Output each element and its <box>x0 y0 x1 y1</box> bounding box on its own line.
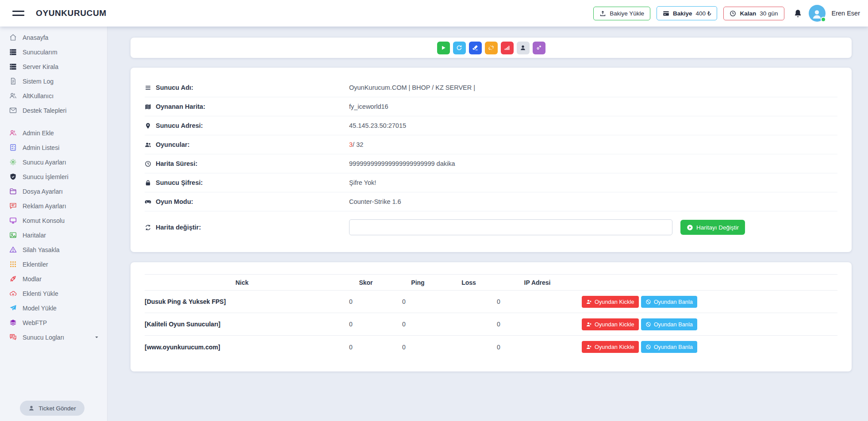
info-value-text: Counter-Strike 1.6 <box>349 198 401 205</box>
map-change-label-cell: Harita değiştir: <box>145 224 349 231</box>
map-change-input[interactable] <box>349 219 672 235</box>
marker-icon <box>145 122 151 129</box>
user-avatar[interactable] <box>809 5 826 22</box>
server-user-button[interactable] <box>517 42 530 54</box>
player-skor: 0 <box>339 344 392 351</box>
users-icon <box>9 129 17 137</box>
kick-player-button[interactable]: Oyundan Kickle <box>582 318 639 330</box>
sidebar-item-silah-yasakla[interactable]: Silah Yasakla <box>0 242 107 257</box>
user-x-icon <box>586 344 592 350</box>
sidebar-item-eklenti-y-kle[interactable]: Eklenti Yükle <box>0 286 107 301</box>
kick-player-button[interactable]: Oyundan Kickle <box>582 296 639 308</box>
info-label-text: Sunucu Şifresi: <box>156 179 203 186</box>
sidebar: AnasayfaSunucularımServer KiralaSistem L… <box>0 27 108 421</box>
sidebar-item-webftp[interactable]: WebFTP <box>0 315 107 330</box>
sidebar-item-destek-talepleri[interactable]: Destek Talepleri <box>0 103 107 118</box>
player-loss: 0 <box>446 321 552 328</box>
user-icon <box>520 45 526 51</box>
info-row-oyun-modu: Oyun Modu:Counter-Strike 1.6 <box>145 192 837 211</box>
eraser-icon <box>472 45 478 51</box>
sync-icon <box>145 224 151 231</box>
sidebar-item-admin-ekle[interactable]: Admin Ekle <box>0 126 107 140</box>
sidebar-item-eklentiler[interactable]: Eklentiler <box>0 257 107 272</box>
kick-button-label: Oyundan Kickle <box>595 344 634 350</box>
sidebar-item-dosya-ayarlar[interactable]: Dosya Ayarları <box>0 184 107 199</box>
sidebar-item-sunucu-ayarlar[interactable]: Sunucu Ayarları <box>0 155 107 169</box>
balance-upload-button[interactable]: Bakiye Yükle <box>593 7 650 20</box>
player-ping: 0 <box>392 344 446 351</box>
sidebar-item-label: Sunucu Ayarları <box>23 159 66 166</box>
info-label-text: Harita Süresi: <box>156 160 197 167</box>
kick-player-button[interactable]: Oyundan Kickle <box>582 341 639 353</box>
sidebar-item-label: Destek Talepleri <box>23 107 66 114</box>
sidebar-item-sunucu-loglar[interactable]: Sunucu Logları <box>0 330 107 344</box>
ban-player-button[interactable]: Oyundan Banla <box>641 318 697 330</box>
ticket-send-button[interactable]: Ticket Gönder <box>20 401 84 416</box>
unlink-server-button[interactable] <box>485 42 498 54</box>
kick-button-label: Oyundan Kickle <box>595 321 634 328</box>
sidebar-item-sunucu-i-lemleri[interactable]: Sunucu İşlemleri <box>0 169 107 184</box>
sidebar-item-altkullan-c[interactable]: AltKullanıcı <box>0 88 107 103</box>
play-icon <box>440 45 446 51</box>
clean-server-button[interactable] <box>469 42 482 54</box>
player-nick: [Dusuk Ping & Yuksek FPS] <box>145 298 339 305</box>
list-check-icon <box>9 144 17 151</box>
comments-icon <box>9 333 17 341</box>
kick-button-label: Oyundan Kickle <box>595 299 634 305</box>
server-info-card: Sunucu Adı:OyunKurucum.COM | BHOP / KZ S… <box>131 68 852 252</box>
brand-logo[interactable]: OYUNKURUCUM <box>36 8 107 18</box>
players-current-count: 3 <box>349 141 353 148</box>
sidebar-item-label: Haritalar <box>23 232 46 239</box>
remaining-value: 30 gün <box>760 10 778 17</box>
sidebar-item-sunucular-m[interactable]: Sunucularım <box>0 45 107 59</box>
start-server-button[interactable] <box>437 42 450 54</box>
server-stats-button[interactable] <box>501 42 514 54</box>
table-row: [www.oyunkurucum.com]000Oyundan KickleOy… <box>145 336 837 358</box>
ban-player-button[interactable]: Oyundan Banla <box>641 341 697 353</box>
sidebar-item-label: Silah Yasakla <box>23 246 60 253</box>
sidebar-item-label: Model Yükle <box>23 305 57 312</box>
restart-server-button[interactable] <box>453 42 466 54</box>
player-ping: 0 <box>392 298 446 305</box>
column-header-ping: Ping <box>392 279 443 286</box>
balance-button[interactable]: Bakiye 400 ₺ <box>657 6 717 20</box>
remaining-days-button[interactable]: Kalan 30 gün <box>723 7 784 20</box>
info-value-text: OyunKurucum.COM | BHOP / KZ SERVER | <box>349 84 475 91</box>
folder-icon <box>9 188 17 195</box>
sidebar-item-modlar[interactable]: Modlar <box>0 272 107 286</box>
info-value: Counter-Strike 1.6 <box>349 198 401 205</box>
info-value: 45.145.23.50:27015 <box>349 122 406 129</box>
sidebar-item-admin-listesi[interactable]: Admin Listesi <box>0 140 107 155</box>
credit-card-icon <box>663 10 669 17</box>
sidebar-item-anasayfa[interactable]: Anasayfa <box>0 30 107 45</box>
ban-button-label: Oyundan Banla <box>654 344 693 350</box>
sidebar-item-label: Admin Listesi <box>23 144 59 151</box>
chain-broken-icon <box>488 45 494 51</box>
sidebar-item-haritalar[interactable]: Haritalar <box>0 228 107 242</box>
gears-icon <box>536 45 542 51</box>
player-loss: 0 <box>446 344 552 351</box>
player-ping: 0 <box>392 321 446 328</box>
server-icon <box>9 48 17 56</box>
player-loss: 0 <box>446 298 552 305</box>
sidebar-item-label: Dosya Ayarları <box>23 188 63 195</box>
info-label: Sunucu Adı: <box>145 84 349 91</box>
sidebar-item-komut-konsolu[interactable]: Komut Konsolu <box>0 213 107 228</box>
map-icon <box>145 103 151 110</box>
sidebar-item-model-y-kle[interactable]: Model Yükle <box>0 301 107 315</box>
menu-toggle-icon[interactable] <box>12 9 25 18</box>
info-value-text: fy_iceworld16 <box>349 103 388 110</box>
info-label-text: Sunucu Adı: <box>156 84 193 91</box>
ban-icon <box>645 344 651 350</box>
server-settings-button[interactable] <box>533 42 545 54</box>
change-map-button[interactable]: Haritayı Değiştir <box>680 220 745 235</box>
sidebar-item-reklam-ayarlar[interactable]: Reklam Ayarları <box>0 199 107 213</box>
sidebar-item-sistem-log[interactable]: Sistem Log <box>0 74 107 88</box>
ban-player-button[interactable]: Oyundan Banla <box>641 296 697 308</box>
sidebar-item-label: Server Kirala <box>23 63 58 70</box>
player-skor: 0 <box>339 298 392 305</box>
sidebar-item-label: AltKullanıcı <box>23 92 54 100</box>
sidebar-item-server-kirala[interactable]: Server Kirala <box>0 59 107 74</box>
notifications-bell-icon[interactable] <box>793 9 803 18</box>
players-table-body: [Dusuk Ping & Yuksek FPS]000Oyundan Kick… <box>145 291 837 358</box>
